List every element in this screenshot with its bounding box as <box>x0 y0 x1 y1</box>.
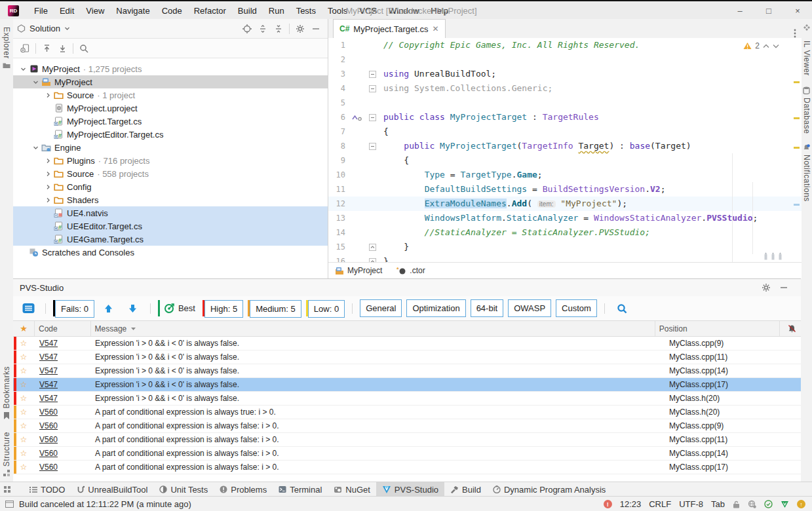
code-line-8[interactable]: 8 public MyProjectTarget(TargetInfo Targ… <box>328 139 802 153</box>
locate-file-icon[interactable] <box>239 22 255 36</box>
tool-strip-notifications[interactable]: Notifications <box>802 155 811 202</box>
group-filter-custom[interactable]: Custom <box>556 299 597 317</box>
code-line-3[interactable]: 3using UnrealBuildTool; <box>328 67 802 81</box>
toolwindow-problems[interactable]: Problems <box>214 482 273 497</box>
group-filter-general[interactable]: General <box>360 299 402 317</box>
tab-myproject-target-cs[interactable]: C# MyProject.Target.cs ✕ <box>333 19 446 38</box>
issue-code-link[interactable]: V560 <box>34 463 92 472</box>
menu-build[interactable]: Build <box>232 2 263 20</box>
issue-position[interactable]: MyClass.h(20) <box>665 394 791 403</box>
fold-marker-icon[interactable] <box>368 67 377 81</box>
structure-icon[interactable] <box>3 470 10 476</box>
low-filter-button[interactable]: Low: 0 <box>306 300 345 316</box>
status-message[interactable]: Build canceled at 12:11:22 PM (a minute … <box>19 499 191 509</box>
chevron-right-icon[interactable] <box>43 157 53 164</box>
issue-position[interactable]: MyClass.cpp(9) <box>665 421 791 430</box>
issue-position[interactable]: MyClass.cpp(17) <box>665 380 791 389</box>
tree-item-shaders[interactable]: Shaders <box>13 193 328 206</box>
prev-issue-button[interactable] <box>99 299 119 317</box>
search-icon[interactable] <box>76 41 92 56</box>
prev-warning-icon[interactable] <box>763 44 769 48</box>
tree-item-config[interactable]: Config <box>13 180 328 193</box>
menu-navigate[interactable]: Navigate <box>110 2 155 20</box>
solution-view-selector[interactable]: Solution <box>17 24 70 33</box>
lock-icon[interactable] <box>733 501 740 508</box>
move-up-icon[interactable] <box>39 41 54 56</box>
tree-item-ue4editor-target-cs[interactable]: #UE4Editor.Target.cs <box>13 219 328 233</box>
stripe-warning-mark[interactable] <box>794 147 800 149</box>
code-line-2[interactable]: 2 <box>328 52 802 67</box>
code-line-15[interactable]: 15 } <box>328 240 802 254</box>
pvs-hide-icon[interactable] <box>780 284 788 292</box>
error-analysis-icon[interactable]: ! <box>604 500 612 508</box>
issue-code-link[interactable]: V547 <box>34 380 92 389</box>
notifications-bell-icon[interactable] <box>803 144 810 151</box>
code-line-7[interactable]: 7{ <box>328 124 802 139</box>
group-filter-optimization[interactable]: Optimization <box>406 299 465 317</box>
tree-item-ue4-natvis[interactable]: UE4.natvis <box>13 206 328 219</box>
menu-refactor[interactable]: Refactor <box>188 2 232 20</box>
gear-icon[interactable] <box>292 22 308 36</box>
tab-close-icon[interactable]: ✕ <box>433 24 439 33</box>
code-line-10[interactable]: 10 Type = TargetType.Game; <box>328 168 802 182</box>
message-column-header[interactable]: Message <box>91 321 655 336</box>
tab-options-icon[interactable] <box>794 29 796 38</box>
maximize-button[interactable]: □ <box>754 1 783 20</box>
issue-code-link[interactable]: V560 <box>34 449 92 458</box>
code-line-14[interactable]: 14 //StaticAnalyzer = StaticAnalyzer.PVS… <box>328 225 802 240</box>
tool-strip-explorer[interactable]: Explorer <box>2 27 11 59</box>
toolwindow-nuget[interactable]: NuGet <box>328 482 376 497</box>
fold-marker-icon[interactable] <box>368 110 377 124</box>
breadcrumb-ctor[interactable]: * .ctor <box>396 266 425 275</box>
tree-item-myproject[interactable]: MyProject· 1,275 projects <box>13 62 328 75</box>
code-line-13[interactable]: 13 WindowsPlatform.StaticAnalyzer = Wind… <box>328 211 802 225</box>
tool-strip-il-viewer[interactable]: IL Viewer <box>802 41 811 76</box>
window-layout-icon[interactable] <box>0 501 19 508</box>
indent-indicator[interactable]: Tab <box>711 499 725 509</box>
toolwindow-dynamic-program-analysis[interactable]: Dynamic Program Analysis <box>487 482 611 497</box>
line-ending-indicator[interactable]: CRLF <box>649 499 671 509</box>
issue-row-v560-myclass-cpp-9[interactable]: ☆V560A part of conditional expression is… <box>13 419 801 433</box>
issue-row-v547-myclass-h-20[interactable]: ☆V547Expression 'i > 0 && i < 0' is alwa… <box>13 392 801 406</box>
favorites-column-header[interactable]: ★ <box>13 321 35 336</box>
tree-item-myproject-target-cs[interactable]: #MyProject.Target.cs <box>13 115 328 128</box>
breadcrumb-project[interactable]: MyProject <box>335 266 382 275</box>
issue-position[interactable]: MyClass.cpp(14) <box>665 366 791 375</box>
move-down-icon[interactable] <box>54 41 70 56</box>
chevron-right-icon[interactable] <box>43 92 53 99</box>
menu-edit[interactable]: Edit <box>54 2 80 20</box>
stripe-warning-mark[interactable] <box>794 117 800 119</box>
issue-row-v547-myclass-cpp-9[interactable]: ☆V547Expression 'i > 0 && i < 0' is alwa… <box>13 337 801 350</box>
database-icon[interactable] <box>803 86 810 94</box>
tree-item-plugins[interactable]: Plugins· 716 projects <box>13 154 328 167</box>
issue-row-v560-myclass-h-20[interactable]: ☆V560A part of conditional expression is… <box>13 406 801 419</box>
code-line-5[interactable]: 5 <box>328 96 802 110</box>
tree-item-engine[interactable]: Engine <box>13 141 328 154</box>
chevron-right-icon[interactable] <box>43 197 53 204</box>
minimize-button[interactable]: – <box>725 1 754 20</box>
code-line-11[interactable]: 11 DefaultBuildSettings = BuildSettingsV… <box>328 182 802 197</box>
issue-position[interactable]: MyClass.cpp(17) <box>665 463 791 472</box>
tool-strip-structure[interactable]: Structure <box>2 432 11 466</box>
tree-item-myprojecteditor-target-cs[interactable]: #MyProjectEditor.Target.cs <box>13 128 328 141</box>
menu-view[interactable]: View <box>80 2 110 20</box>
tree-item-myproject[interactable]: MyProject <box>13 75 328 88</box>
code-line-1[interactable]: 1// Copyright Epic Games, Inc. All Right… <box>328 38 802 52</box>
chevron-down-icon[interactable] <box>18 66 28 73</box>
issue-code-link[interactable]: V560 <box>34 435 92 444</box>
issue-code-link[interactable]: V547 <box>34 352 92 362</box>
hide-panel-icon[interactable] <box>308 22 324 36</box>
issue-code-link[interactable]: V547 <box>34 339 92 348</box>
high-filter-button[interactable]: High: 5 <box>203 300 243 316</box>
position-column-header[interactable]: Position <box>655 321 780 336</box>
chevron-down-icon[interactable] <box>31 79 41 86</box>
next-issue-button[interactable] <box>123 299 143 317</box>
chevron-down-icon[interactable] <box>31 144 41 151</box>
issue-code-link[interactable]: V547 <box>34 394 92 403</box>
tree-item-ue4game-target-cs[interactable]: #UE4Game.Target.cs <box>13 233 328 246</box>
tree-item-source[interactable]: Source· 1 project <box>13 88 328 102</box>
suppressed-column-header[interactable] <box>780 321 802 336</box>
code-line-4[interactable]: 4using System.Collections.Generic; <box>328 81 802 96</box>
issue-code-link[interactable]: V560 <box>34 421 92 430</box>
fails-filter-button[interactable]: Fails: 0 <box>53 300 94 316</box>
